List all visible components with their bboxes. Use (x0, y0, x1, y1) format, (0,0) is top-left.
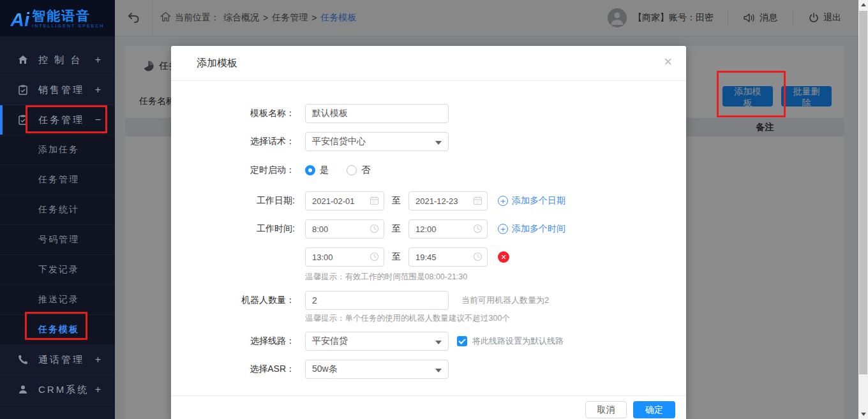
expand-icon: + (95, 84, 101, 96)
checkbox-checked-icon (457, 336, 467, 346)
modal-title: 添加模板 (197, 57, 237, 70)
radio-selected-icon (305, 165, 315, 175)
chevron-down-icon (435, 141, 442, 145)
add-date-link[interactable]: + 添加多个日期 (498, 195, 565, 207)
sidebar-subitem-dispatch-records[interactable]: 下发记录 (0, 255, 115, 285)
sidebar-subitem-number-management[interactable]: 号码管理 (0, 225, 115, 255)
home-icon (18, 55, 28, 65)
add-template-modal: 添加模板 × 模板名称： 选择话术： 平安信贷中心 定时启动： (171, 46, 686, 419)
radio-yes[interactable]: 是 (305, 165, 329, 176)
template-name-label: 模板名称： (171, 108, 295, 119)
scroll-down-icon[interactable] (858, 409, 868, 419)
radio-unselected-icon (347, 165, 357, 175)
radio-no[interactable]: 否 (347, 165, 370, 176)
task-management-submenu: 添加任务 任务管理 任务统计 号码管理 下发记录 推送记录 任务模板 (0, 135, 115, 345)
clock-icon (370, 252, 379, 264)
chevron-down-icon (435, 341, 442, 344)
asr-select-row: 选择ASR： 50w条 (171, 360, 449, 379)
scroll-up-icon[interactable] (858, 0, 868, 10)
sidebar-subitem-add-task[interactable]: 添加任务 (0, 135, 115, 165)
sidebar-item-task-management[interactable]: 任务管理 − (0, 105, 115, 135)
sidebar-item-sales[interactable]: 销售管理 + (0, 75, 115, 105)
sidebar-item-crm[interactable]: CRM系统 + (0, 375, 115, 405)
app-root: Ai 智能语音 INTELLIGENT SPEECH 控 制 台 + 销售管理 (0, 0, 868, 419)
add-time-link[interactable]: + 添加多个时间 (498, 223, 565, 235)
sidebar-subitem-push-records[interactable]: 推送记录 (0, 285, 115, 315)
asr-select[interactable]: 50w条 (305, 360, 449, 379)
expand-icon: + (95, 384, 101, 395)
script-select-row: 选择话术： 平安信贷中心 (171, 132, 449, 151)
chevron-down-icon (435, 369, 442, 372)
collapse-icon: − (95, 114, 101, 126)
line-select-row: 选择线路： 平安信贷 将此线路设置为默认线路 (171, 332, 564, 351)
close-icon[interactable]: × (664, 55, 672, 69)
work-time-label: 工作时间: (171, 223, 295, 235)
work-time-tip: 温馨提示：有效工作的时间范围是08:00-21:30 (305, 272, 467, 283)
script-select-label: 选择话术： (171, 136, 295, 147)
range-separator: 至 (392, 195, 401, 207)
logo-ai-mark: Ai (10, 11, 29, 28)
sidebar-nav: 控 制 台 + 销售管理 + 任务管理 − 添加任务 任务管理 任务统计 (0, 45, 115, 405)
clock-icon (473, 224, 483, 236)
logo-subtitle: INTELLIGENT SPEECH (32, 24, 105, 28)
clock-icon (473, 252, 483, 264)
clipboard-icon (18, 85, 28, 95)
robot-count-input[interactable] (305, 291, 449, 310)
robot-available-note: 当前可用机器人数量为2 (461, 295, 549, 306)
robot-count-label: 机器人数量： (171, 295, 295, 306)
calendar-icon (370, 196, 379, 208)
work-date-label: 工作日期: (171, 195, 295, 207)
line-select-label: 选择线路： (171, 335, 295, 347)
modal-header: 添加模板 × (171, 46, 686, 81)
script-select[interactable]: 平安信贷中心 (305, 132, 449, 151)
work-time-row-1: 工作时间: 至 + 添加多个时间 (171, 219, 565, 239)
app-logo: Ai 智能语音 INTELLIGENT SPEECH (0, 0, 115, 36)
cancel-button[interactable]: 取消 (585, 401, 627, 418)
clock-icon (370, 224, 379, 236)
sidebar: Ai 智能语音 INTELLIGENT SPEECH 控 制 台 + 销售管理 (0, 0, 115, 419)
sidebar-item-call-management[interactable]: 通话管理 + (0, 345, 115, 375)
sidebar-subitem-task-management[interactable]: 任务管理 (0, 165, 115, 195)
template-name-input[interactable] (305, 104, 449, 123)
confirm-button[interactable]: 确定 (633, 401, 675, 418)
scheduled-start-row: 定时启动： 是 否 (171, 164, 370, 177)
range-separator: 至 (392, 251, 401, 263)
work-time-row-2: 至 ✕ (171, 247, 509, 267)
sidebar-subitem-task-template[interactable]: 任务模板 (0, 315, 115, 345)
phone-icon (18, 355, 28, 365)
template-name-row: 模板名称： (171, 104, 449, 123)
sidebar-item-console[interactable]: 控 制 台 + (0, 45, 115, 75)
default-line-checkbox[interactable]: 将此线路设置为默认线路 (457, 335, 564, 347)
delete-time-icon[interactable]: ✕ (498, 251, 509, 263)
calendar-icon (473, 196, 483, 208)
scheduled-start-label: 定时启动： (171, 165, 295, 176)
robot-count-tip: 温馨提示：单个任务的使用的机器人数量建议不超过300个 (305, 313, 510, 324)
work-date-row: 工作日期: 至 + 添加多个日期 (171, 191, 565, 210)
expand-icon: + (95, 354, 101, 365)
page-scrollbar[interactable] (858, 0, 868, 419)
expand-icon: + (95, 54, 101, 66)
plus-circle-icon: + (498, 224, 508, 234)
scrollbar-thumb[interactable] (859, 11, 867, 374)
robot-count-row: 机器人数量： 当前可用机器人数量为2 (171, 291, 549, 310)
asr-select-label: 选择ASR： (171, 364, 295, 375)
plus-circle-icon: + (498, 196, 508, 206)
modal-footer: 取消 确定 (171, 395, 686, 419)
sidebar-subitem-task-stats[interactable]: 任务统计 (0, 195, 115, 225)
logo-title: 智能语音 (32, 9, 105, 22)
person-icon (18, 385, 28, 395)
clipboard-icon (18, 115, 28, 125)
line-select[interactable]: 平安信贷 (305, 332, 449, 351)
range-separator: 至 (392, 223, 401, 235)
